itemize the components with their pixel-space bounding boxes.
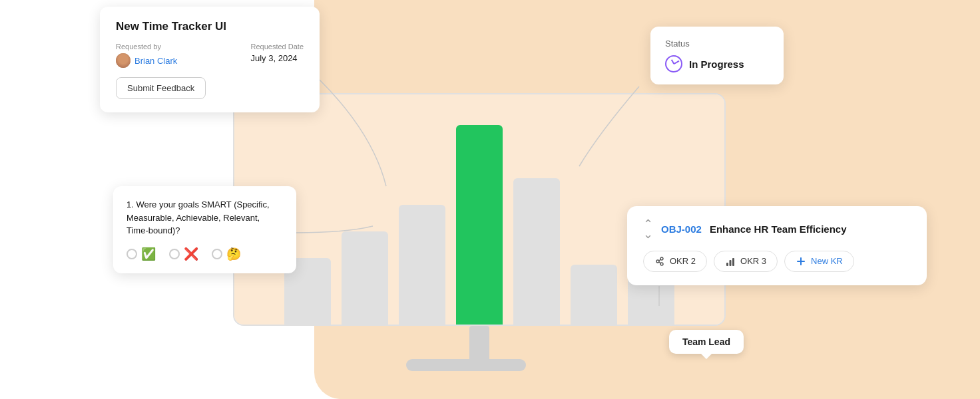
svg-point-0	[656, 260, 659, 263]
svg-line-3	[659, 259, 661, 261]
okr-actions: OKR 2 OKR 3 New KR	[643, 251, 911, 272]
okr2-icon	[654, 256, 665, 267]
survey-options: ✅ ❌ 🤔	[126, 247, 283, 261]
requester-info: Brian Clark	[116, 53, 177, 68]
status-text: In Progress	[689, 59, 744, 70]
radio-no[interactable]	[169, 249, 180, 259]
status-label: Status	[665, 39, 769, 49]
card-survey: 1. Were your goals SMART (Specific, Meas…	[113, 186, 296, 273]
okr3-button[interactable]: OKR 3	[714, 251, 778, 272]
radio-yes[interactable]	[126, 249, 137, 259]
survey-option-unsure[interactable]: 🤔	[212, 247, 241, 261]
svg-line-4	[659, 262, 661, 263]
okr3-label: OKR 3	[740, 256, 766, 266]
card-status: Status In Progress	[650, 27, 784, 84]
okr-title: Enhance HR Team Efficiency	[710, 223, 847, 235]
okr2-label: OKR 2	[670, 256, 696, 266]
card-title: New Time Tracker UI	[116, 20, 304, 33]
monitor-stand-neck	[469, 326, 489, 362]
icon-cross: ❌	[184, 247, 198, 261]
requested-by-label: Requested by	[116, 43, 177, 51]
status-value-row: In Progress	[665, 55, 769, 72]
okr-sort-icon: ⌃ ⌃	[643, 219, 653, 239]
requested-date-label: Requested Date	[251, 43, 304, 51]
requested-date-value: July 3, 2024	[251, 53, 304, 63]
card-time-tracker: New Time Tracker UI Requested by Brian C…	[100, 7, 320, 112]
okr-id: OBJ-002	[661, 223, 702, 235]
survey-question: 1. Were your goals SMART (Specific, Meas…	[126, 198, 283, 237]
survey-option-yes[interactable]: ✅	[126, 247, 156, 261]
clock-icon	[665, 55, 682, 72]
svg-rect-6	[730, 260, 732, 266]
plus-icon	[796, 256, 806, 267]
okr3-icon	[725, 256, 736, 267]
card-okr: ⌃ ⌃ OBJ-002 Enhance HR Team Efficiency O…	[627, 206, 927, 285]
icon-check: ✅	[141, 247, 156, 261]
question-text: Were your goals SMART (Specific, Measura…	[126, 200, 270, 235]
team-lead-tooltip: Team Lead	[669, 330, 744, 354]
survey-option-no[interactable]: ❌	[169, 247, 198, 261]
okr-header: ⌃ ⌃ OBJ-002 Enhance HR Team Efficiency	[643, 219, 911, 239]
question-number: 1.	[126, 200, 134, 209]
new-kr-label: New KR	[811, 256, 843, 266]
okr2-button[interactable]: OKR 2	[643, 251, 707, 272]
monitor-stand-base	[406, 359, 526, 371]
icon-thinking: 🤔	[226, 247, 241, 261]
svg-rect-7	[732, 258, 734, 266]
avatar	[116, 53, 130, 68]
radio-unsure[interactable]	[212, 249, 222, 259]
avatar-face	[116, 53, 130, 68]
new-kr-button[interactable]: New KR	[784, 251, 854, 272]
submit-feedback-button[interactable]: Submit Feedback	[116, 77, 206, 99]
requester-name: Brian Clark	[134, 56, 177, 66]
svg-rect-5	[726, 263, 728, 266]
team-lead-label: Team Lead	[682, 336, 730, 347]
clock-hand-minute	[674, 61, 680, 65]
